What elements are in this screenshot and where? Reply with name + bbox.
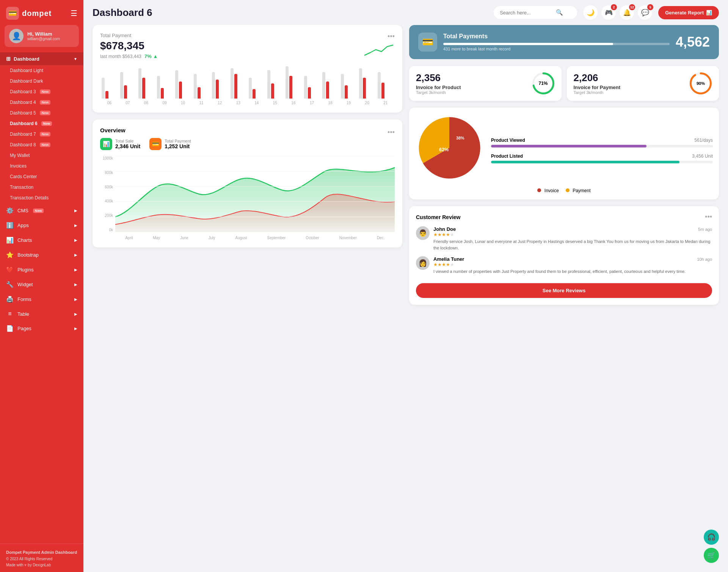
search-bar[interactable]: 🔍 <box>494 6 577 19</box>
sidebar-item-apps[interactable]: ℹ️ Apps ▶ <box>0 218 83 233</box>
review-item-1: 👨 John Doe 5m ago ★★★★★ Friendly service… <box>416 226 712 251</box>
plugins-icon: ❤️ <box>6 266 14 273</box>
user-profile[interactable]: 👤 Hi, William william@gmail.com <box>5 25 79 47</box>
left-column: Total Payment $678,345 last month $563,4… <box>93 25 402 305</box>
invoice-payment-donut: 90% <box>689 72 712 95</box>
product-viewed-stat: Product Viewed 561/days <box>491 138 713 147</box>
legend-total-sale: 📊 Total Sale 2,346 Unit <box>100 138 140 150</box>
forms-arrow-icon: ▶ <box>74 297 77 301</box>
bar-group-1 <box>102 78 118 99</box>
sidebar-item-transaction[interactable]: Transaction <box>0 182 83 193</box>
svg-text:38%: 38% <box>456 136 464 140</box>
hamburger-icon[interactable]: ☰ <box>71 9 77 18</box>
bootstrap-icon: ⭐ <box>6 251 14 259</box>
invoice-payment-card: 2,206 Invoice for Payment Target 3k/mont… <box>567 66 719 101</box>
charts-icon: 📊 <box>6 237 14 244</box>
sidebar-item-dashboard-3[interactable]: Dashboard 3 New <box>0 86 83 97</box>
bar-group-9 <box>249 78 265 99</box>
invoice-product-sub: Target 3k/month <box>416 90 461 95</box>
sidebar-item-dashboard-6[interactable]: Dashboard 6 New <box>0 118 83 129</box>
topbar-icons: 🌙 🎮 2 🔔 12 💬 5 <box>583 5 652 20</box>
overview-card: Overview ••• 📊 Total Sale 2,346 Unit 💳 <box>93 119 402 248</box>
sidebar-item-dashboard-7[interactable]: Dashboard 7 New <box>0 129 83 139</box>
gamepad-button[interactable]: 🎮 2 <box>601 5 616 20</box>
sidebar: 💳 dompet ☰ 👤 Hi, William william@gmail.c… <box>0 0 83 572</box>
sidebar-footer: Dompet Payment Admin Dashboard © 2023 Al… <box>0 544 83 572</box>
avatar: 👤 <box>9 29 24 43</box>
invoice-product-donut: 71% <box>532 72 555 95</box>
dashboard-nav-header[interactable]: ⊞ Dashboard ▼ <box>0 52 83 65</box>
charts-arrow-icon: ▶ <box>74 238 77 242</box>
payment-icon: 💳 <box>149 138 162 150</box>
invoice-legend: Invoice <box>537 188 559 193</box>
support-float-button[interactable]: 🎧 <box>704 530 719 545</box>
sidebar-item-plugins[interactable]: ❤️ Plugins ▶ <box>0 262 83 277</box>
sidebar-item-transaction-details[interactable]: Transaction Details <box>0 193 83 203</box>
sidebar-item-dashboard-light[interactable]: Dashboard Light <box>0 65 83 76</box>
svg-text:62%: 62% <box>439 147 449 152</box>
sidebar-item-charts[interactable]: 📊 Charts ▶ <box>0 233 83 248</box>
chat-button[interactable]: 💬 5 <box>638 5 652 20</box>
product-listed-stat: Product Listed 3,456 Unit <box>491 154 713 163</box>
invoice-row: 2,356 Invoice for Product Target 3k/mont… <box>409 66 719 101</box>
cart-float-button[interactable]: 🛒 <box>704 548 719 563</box>
see-more-reviews-button[interactable]: See More Reviews <box>416 283 712 298</box>
sidebar-item-dashboard-8[interactable]: Dashboard 8 New <box>0 139 83 150</box>
sidebar-item-dashboard-5[interactable]: Dashboard 5 New <box>0 108 83 118</box>
widget-arrow-icon: ▶ <box>74 282 77 287</box>
chat-icon: 💬 <box>641 9 649 17</box>
sale-icon: 📊 <box>100 138 112 150</box>
total-payment-title: Total Payment <box>100 33 158 38</box>
banner-progress-bar <box>443 43 670 45</box>
total-payment-card: Total Payment $678,345 last month $563,4… <box>93 25 402 113</box>
reviewer-2-avatar: 👩 <box>416 256 430 270</box>
bar-group-10 <box>267 70 283 99</box>
card-menu-icon[interactable]: ••• <box>388 33 395 41</box>
invoice-product-number: 2,356 <box>416 72 461 84</box>
banner-number: 4,562 <box>676 34 710 50</box>
sidebar-item-cards-center[interactable]: Cards Center <box>0 171 83 182</box>
trend-line-chart <box>364 42 395 57</box>
sidebar-item-dashboard-dark[interactable]: Dashboard Dark <box>0 76 83 86</box>
sidebar-item-table[interactable]: ≡ Table ▶ <box>0 307 83 321</box>
right-column: 💳 Total Payments 431 more to break last … <box>409 25 719 305</box>
sidebar-item-my-wallet[interactable]: My Wallet <box>0 150 83 161</box>
footer-title: Dompet Payment Admin Dashboard <box>6 549 77 556</box>
apps-icon: ℹ️ <box>6 222 14 229</box>
generate-report-button[interactable]: Generate Report 📊 <box>658 6 719 19</box>
product-listed-bar <box>491 161 713 163</box>
bar-group-4 <box>157 76 173 99</box>
total-payment-amount: $678,345 <box>100 40 158 52</box>
pie-chart-card: 62% 38% Product Viewed 561/days <box>409 108 719 199</box>
bar-group-5 <box>175 70 191 99</box>
bar-chart-icon: 📊 <box>706 10 712 16</box>
payment-trend: 7% ▲ <box>144 53 158 59</box>
sidebar-item-pages[interactable]: 📄 Pages ▶ <box>0 321 83 336</box>
user-email: william@gmail.com <box>27 37 60 41</box>
sidebar-item-bootstrap[interactable]: ⭐ Bootstrap ▶ <box>0 248 83 262</box>
bar-group-14 <box>341 74 357 99</box>
sidebar-item-invoices[interactable]: Invoices <box>0 161 83 171</box>
sidebar-item-forms[interactable]: 🖨️ Forms ▶ <box>0 292 83 307</box>
table-icon: ≡ <box>6 310 14 317</box>
review-header: Customer Review ••• <box>416 213 712 221</box>
sidebar-item-widget[interactable]: 🔧 Widget ▶ <box>0 277 83 292</box>
banner-wallet-icon: 💳 <box>418 33 437 52</box>
cms-arrow-icon: ▶ <box>74 208 77 213</box>
topbar: Dashboard 6 🔍 🌙 🎮 2 🔔 12 💬 5 Generate R <box>83 0 728 25</box>
overview-menu-icon[interactable]: ••• <box>388 129 395 136</box>
bar-group-8 <box>231 68 246 99</box>
bar-labels: 06070809101112131415161718192021 <box>100 101 395 105</box>
sidebar-item-dashboard-4[interactable]: Dashboard 4 New <box>0 97 83 108</box>
table-arrow-icon: ▶ <box>74 312 77 316</box>
bar-group-11 <box>286 66 301 99</box>
invoice-payment-label: Invoice for Payment <box>574 85 621 90</box>
reviewer-1-stars: ★★★★★ <box>433 232 712 237</box>
sidebar-item-cms[interactable]: ⚙️ CMS New ▶ <box>0 203 83 218</box>
search-input[interactable] <box>500 10 553 16</box>
moon-button[interactable]: 🌙 <box>583 5 598 20</box>
review-menu-icon[interactable]: ••• <box>705 213 712 221</box>
review-item-2: 👩 Amelia Tuner 10h ago ★★★★★ I viewed a … <box>416 256 712 275</box>
bell-button[interactable]: 🔔 12 <box>620 5 634 20</box>
page-title: Dashboard 6 <box>93 7 488 19</box>
